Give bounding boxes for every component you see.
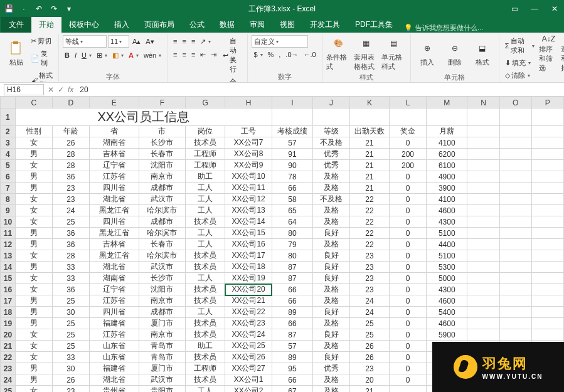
cell-F10[interactable]: 成都市 — [139, 216, 186, 228]
cell-O3[interactable] — [499, 137, 531, 149]
decrease-font-button[interactable]: A▾ — [144, 36, 156, 47]
cell-C21[interactable]: 女 — [15, 341, 52, 352]
header-cell[interactable]: 市 — [139, 126, 186, 137]
italic-button[interactable]: I — [73, 50, 78, 60]
col-header-G[interactable]: G — [186, 97, 225, 109]
align-middle-button[interactable]: ≡ — [181, 36, 188, 46]
merge-center-button[interactable]: ⇿合并后居中▾ — [221, 76, 243, 83]
cell-M13[interactable]: 5100 — [427, 250, 467, 262]
cell-D23[interactable]: 30 — [52, 363, 89, 374]
cell-D21[interactable]: 25 — [52, 341, 89, 352]
tab-template[interactable]: 模板中心 — [61, 17, 107, 33]
cell-G20[interactable]: 技术员 — [186, 329, 225, 341]
cell-J15[interactable]: 良好 — [312, 273, 349, 284]
cell-G19[interactable]: 技术员 — [186, 318, 225, 329]
cell[interactable] — [272, 109, 312, 126]
cell-O7[interactable] — [499, 183, 531, 194]
cell-M3[interactable]: 4100 — [427, 137, 467, 149]
align-left-button[interactable]: ≡ — [171, 50, 179, 60]
cell-I20[interactable]: 87 — [272, 329, 312, 341]
col-header-N[interactable]: N — [467, 97, 499, 109]
cell-E24[interactable]: 湖北省 — [89, 374, 139, 386]
cell-K20[interactable]: 25 — [349, 329, 389, 341]
cell-E23[interactable]: 福建省 — [89, 363, 139, 374]
header-cell[interactable]: 奖金 — [389, 126, 426, 137]
row-header-11[interactable]: 11 — [1, 228, 16, 239]
autosum-button[interactable]: Σ自动求和▾ — [503, 35, 536, 56]
cell-J13[interactable]: 良好 — [312, 250, 349, 262]
number-format-dropdown[interactable]: 自定义▾ — [252, 35, 308, 48]
cell-H6[interactable]: XX公司10 — [225, 171, 272, 183]
cell-H19[interactable]: XX公司23 — [225, 318, 272, 329]
cell-C25[interactable]: 女 — [15, 386, 52, 393]
cell-G18[interactable]: 工人 — [186, 307, 225, 318]
cell-H18[interactable]: XX公司22 — [225, 307, 272, 318]
cell-D14[interactable]: 33 — [52, 262, 89, 273]
cell-C3[interactable]: 女 — [15, 137, 52, 149]
cell-G3[interactable]: 技术员 — [186, 137, 225, 149]
cell-F7[interactable]: 成都市 — [139, 183, 186, 194]
cell-K21[interactable]: 26 — [349, 341, 389, 352]
cell-P17[interactable] — [531, 295, 563, 307]
cell-N5[interactable] — [467, 160, 499, 171]
cell-H17[interactable]: XX公司21 — [225, 295, 272, 307]
cell-C13[interactable]: 女 — [15, 250, 52, 262]
cell-F5[interactable]: 沈阳市 — [139, 160, 186, 171]
cell-O9[interactable] — [499, 205, 531, 216]
cell-D9[interactable]: 24 — [52, 205, 89, 216]
cell-N6[interactable] — [467, 171, 499, 183]
cell-J17[interactable]: 及格 — [312, 295, 349, 307]
cell-N4[interactable] — [467, 149, 499, 160]
cell-K18[interactable]: 24 — [349, 307, 389, 318]
cell-J11[interactable]: 良好 — [312, 228, 349, 239]
cell-G10[interactable]: 技术员 — [186, 216, 225, 228]
row-header-12[interactable]: 12 — [1, 239, 16, 250]
cell-P4[interactable] — [531, 149, 563, 160]
cell-D11[interactable]: 36 — [52, 228, 89, 239]
cell-K17[interactable]: 24 — [349, 295, 389, 307]
cell-G25[interactable]: 工人 — [186, 386, 225, 393]
cell-J18[interactable]: 良好 — [312, 307, 349, 318]
decrease-decimal-button[interactable]: ←.0 — [302, 50, 318, 60]
row-header-4[interactable]: 4 — [1, 149, 16, 160]
cell-K6[interactable]: 21 — [349, 171, 389, 183]
cell-G8[interactable]: 工人 — [186, 194, 225, 205]
cell-E5[interactable]: 辽宁省 — [89, 160, 139, 171]
cell-J21[interactable]: 及格 — [312, 341, 349, 352]
cell-L8[interactable]: 0 — [389, 194, 426, 205]
close-icon[interactable]: ✕ — [545, 1, 564, 16]
row-header-18[interactable]: 18 — [1, 307, 16, 318]
cell-J23[interactable]: 优秀 — [312, 363, 349, 374]
paste-button[interactable]: 粘贴 — [6, 35, 26, 72]
cell-I8[interactable]: 58 — [272, 194, 312, 205]
cell-K16[interactable]: 23 — [349, 284, 389, 295]
cell[interactable] — [531, 126, 563, 137]
tab-pdf[interactable]: PDF工具集 — [348, 17, 400, 33]
cell-D25[interactable]: 23 — [52, 386, 89, 393]
cell-J6[interactable]: 及格 — [312, 171, 349, 183]
cell-H4[interactable]: XX公司8 — [225, 149, 272, 160]
cell-D10[interactable]: 25 — [52, 216, 89, 228]
cell-K23[interactable]: 23 — [349, 363, 389, 374]
cell-M4[interactable]: 6200 — [427, 149, 467, 160]
tab-layout[interactable]: 页面布局 — [137, 17, 182, 33]
cell[interactable] — [467, 109, 499, 126]
cell-N14[interactable] — [467, 262, 499, 273]
cell-L9[interactable]: 0 — [389, 205, 426, 216]
cell-I4[interactable]: 91 — [272, 149, 312, 160]
cell-K22[interactable]: 26 — [349, 352, 389, 363]
cell-H7[interactable]: XX公司11 — [225, 183, 272, 194]
cell[interactable] — [427, 109, 467, 126]
cell-E13[interactable]: 黑龙江省 — [89, 250, 139, 262]
fx-icon[interactable]: fx — [68, 85, 73, 94]
cell-C22[interactable]: 女 — [15, 352, 52, 363]
cell-I24[interactable]: 66 — [272, 374, 312, 386]
cell-F4[interactable]: 长春市 — [139, 149, 186, 160]
font-name-dropdown[interactable]: 等线▾ — [63, 35, 107, 48]
row-header-6[interactable]: 6 — [1, 171, 16, 183]
cell[interactable] — [389, 109, 426, 126]
cell-L11[interactable]: 0 — [389, 228, 426, 239]
cell-C16[interactable]: 女 — [15, 284, 52, 295]
cell-K3[interactable]: 21 — [349, 137, 389, 149]
format-cells-button[interactable]: ⬓格式 — [470, 35, 495, 72]
